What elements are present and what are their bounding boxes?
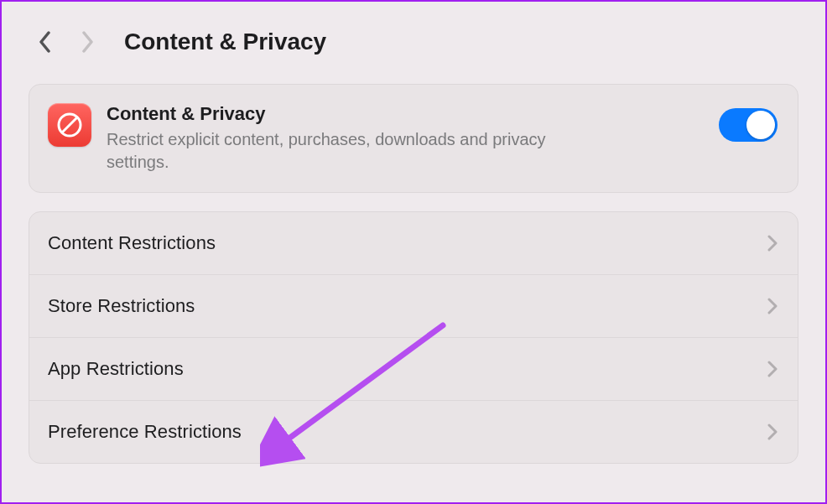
restrictions-list: Content Restrictions Store Restrictions … <box>29 211 798 464</box>
back-button[interactable] <box>39 31 52 53</box>
chevron-right-icon <box>767 298 778 314</box>
row-preference-restrictions[interactable]: Preference Restrictions <box>29 401 798 463</box>
forward-button[interactable] <box>81 31 94 53</box>
page-title: Content & Privacy <box>124 29 326 55</box>
row-label: Preference Restrictions <box>48 421 242 443</box>
toggle-title: Content & Privacy <box>107 103 704 125</box>
svg-line-1 <box>62 117 77 132</box>
row-content-restrictions[interactable]: Content Restrictions <box>29 212 798 275</box>
chevron-right-icon <box>767 361 778 377</box>
toggle-knob <box>746 111 775 139</box>
header: Content & Privacy <box>29 29 798 55</box>
no-entry-icon <box>48 103 91 147</box>
toggle-text: Content & Privacy Restrict explicit cont… <box>107 103 704 174</box>
chevron-right-icon <box>767 423 778 440</box>
toggle-description: Restrict explicit content, purchases, do… <box>107 128 576 174</box>
row-label: App Restrictions <box>48 358 184 380</box>
row-app-restrictions[interactable]: App Restrictions <box>29 338 798 401</box>
content-privacy-toggle[interactable] <box>719 108 778 142</box>
chevron-right-icon <box>767 235 778 252</box>
row-label: Content Restrictions <box>48 232 216 254</box>
row-label: Store Restrictions <box>48 295 195 317</box>
content-privacy-toggle-card: Content & Privacy Restrict explicit cont… <box>29 84 798 193</box>
row-store-restrictions[interactable]: Store Restrictions <box>29 275 798 338</box>
nav-arrows <box>39 31 94 53</box>
